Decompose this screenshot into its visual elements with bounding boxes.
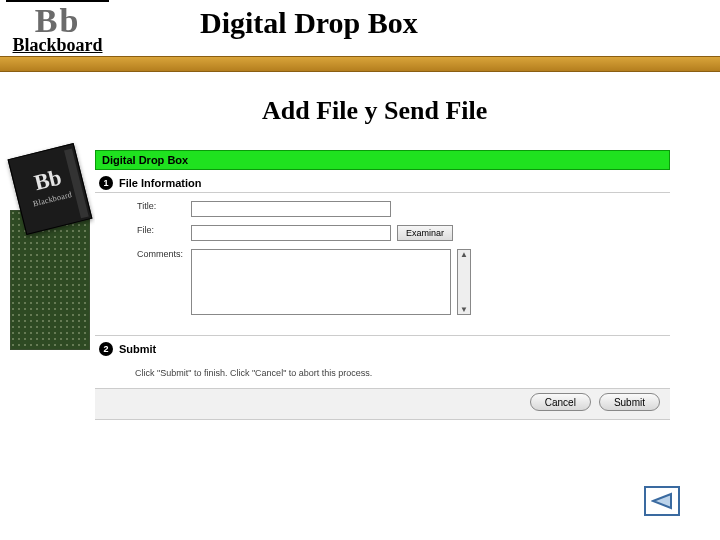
dropbox-panel: Digital Drop Box 1 File Information Titl… <box>95 150 670 420</box>
slide: Bb Blackboard Digital Drop Box Add File … <box>0 0 720 540</box>
logo-bb: Bb <box>0 4 115 38</box>
comments-textarea[interactable] <box>191 249 451 315</box>
file-input[interactable] <box>191 225 391 241</box>
accent-bar <box>0 56 720 72</box>
page-title: Digital Drop Box <box>200 6 418 40</box>
logo-sub: Blackboard <box>0 36 115 54</box>
svg-marker-0 <box>653 494 671 508</box>
submit-hint: Click "Submit" to finish. Click "Cancel"… <box>95 358 670 388</box>
cancel-button[interactable]: Cancel <box>530 393 591 411</box>
arrow-left-icon <box>651 492 673 510</box>
row-comments: Comments: ▲ ▼ <box>101 249 664 315</box>
section-file-info-title: 1 File Information <box>95 170 670 192</box>
section-submit: 2 Submit Click "Submit" to finish. Click… <box>95 336 670 419</box>
label-title: Title: <box>101 201 191 211</box>
section-submit-title: 2 Submit <box>95 336 670 358</box>
row-title: Title: <box>101 201 664 217</box>
section-file-info-body: Title: File: Examinar Comments: ▲ <box>95 192 670 336</box>
side-graphic: Bb Blackboard <box>10 150 90 350</box>
label-file: File: <box>101 225 191 235</box>
step-badge-2: 2 <box>99 342 113 356</box>
submit-button[interactable]: Submit <box>599 393 660 411</box>
step1-label: File Information <box>119 177 202 189</box>
button-row: Cancel Submit <box>95 388 670 419</box>
prev-slide-button[interactable] <box>644 486 680 516</box>
textarea-scrollbar[interactable]: ▲ ▼ <box>457 249 471 315</box>
browse-button[interactable]: Examinar <box>397 225 453 241</box>
subtitle: Add File y Send File <box>262 96 487 126</box>
panel-header: Digital Drop Box <box>95 150 670 170</box>
step-badge-1: 1 <box>99 176 113 190</box>
circuit-dots <box>10 210 90 350</box>
step2-label: Submit <box>119 343 156 355</box>
label-comments: Comments: <box>101 249 191 259</box>
title-input[interactable] <box>191 201 391 217</box>
scroll-down-icon[interactable]: ▼ <box>460 305 468 314</box>
row-file: File: Examinar <box>101 225 664 241</box>
scroll-up-icon[interactable]: ▲ <box>460 250 468 259</box>
